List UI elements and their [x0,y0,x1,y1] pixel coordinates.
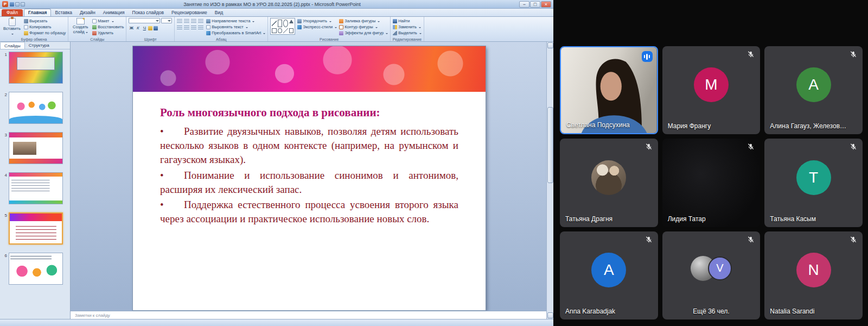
replace-button[interactable]: Заменить [393,24,422,29]
text-direction-button[interactable]: Направление текста [206,18,265,23]
quick-access-toolbar [10,2,25,7]
mic-muted-icon [747,236,755,243]
underline-button[interactable]: Ч [142,25,147,31]
window-title: Занятие по ИЗО в рамках МО в УРО 28.02.2… [27,2,518,7]
slide-thumbnail-3[interactable] [9,132,63,164]
mic-muted-icon [645,143,653,151]
tab-design[interactable]: Дизайн [76,9,99,16]
slide-thumbnail-2[interactable] [9,92,63,124]
participant-tile[interactable]: Татьяна Драгня [560,139,658,227]
paste-button[interactable]: Вставить [2,18,22,36]
font-name-combobox[interactable] [129,18,160,23]
slide-thumbnail-4[interactable] [9,172,63,204]
slide-canvas[interactable]: Роль многоязычного подхода в рисовании: … [133,46,486,310]
shape-fill-icon [339,19,343,23]
thumbnail-list: 1 2 3 4 5 6 [0,49,70,319]
close-button[interactable]: × [541,1,551,8]
undo-icon[interactable] [15,2,20,7]
participant-tile[interactable]: A Anna Karabadjak [560,231,658,319]
new-slide-button[interactable]: Создать слайд [71,18,90,36]
ribbon-group-editing: Найти Заменить Выделить Редактирование [391,17,424,41]
arrange-button[interactable]: Упорядочить [297,18,337,23]
slide-number: 4 [2,172,7,204]
tab-file[interactable]: Файл [2,9,23,16]
overflow-avatars: V [691,256,732,281]
tab-insert[interactable]: Вставка [51,9,76,16]
tab-view[interactable]: Вид [211,9,227,16]
shape-fill-button[interactable]: Заливка фигуры [339,18,388,23]
slide-thumbnail-6[interactable] [9,253,63,285]
indent-decrease-icon[interactable] [191,19,196,23]
cut-button[interactable]: Вырезать [24,18,66,23]
participant-tile[interactable]: М Мария Франгу [662,46,761,134]
reset-icon [92,25,97,29]
slide-thumbnail-5-selected[interactable] [9,212,63,244]
numbered-list-icon[interactable] [184,19,189,23]
shape-effects-icon [339,31,343,35]
scrollbar-thumb[interactable] [547,107,553,183]
tab-slideshow[interactable]: Показ слайдов [129,9,168,16]
ribbon-group-font: Ж К Ч Шрифт [126,17,175,41]
participant-tile[interactable]: Т Татьяна Касым [764,139,863,227]
font-size-combobox[interactable] [161,18,172,23]
speaking-indicator-icon [642,51,653,62]
format-painter-icon [24,31,28,35]
participant-name: Natalia Sarandi [770,308,814,315]
maximize-button[interactable]: □ [530,1,540,8]
panel-tab-outline[interactable]: Структура [25,42,53,49]
align-text-button[interactable]: Выровнять текст [206,24,265,29]
reset-button[interactable]: Восстановить [92,24,124,29]
avatar: Т [796,160,831,195]
find-button[interactable]: Найти [393,18,422,23]
participant-name: Лидия Татар [668,215,706,223]
slide-thumbnail-1[interactable] [9,52,63,84]
scroll-down-icon[interactable] [547,312,553,318]
mic-muted-icon [747,143,755,151]
align-center-icon[interactable] [184,26,189,30]
shapes-gallery[interactable] [270,18,295,35]
tab-animation[interactable]: Анимация [99,9,129,16]
participant-tile-dark-video[interactable]: Лидия Татар [662,139,761,227]
delete-slide-button[interactable]: Удалить [92,30,124,35]
format-painter-button[interactable]: Формат по образцу [24,30,66,35]
mic-muted-icon [850,51,857,58]
window-controls: − □ × [519,1,551,8]
indent-increase-icon[interactable] [198,19,203,23]
tab-home[interactable]: Главная [24,9,52,16]
participant-name: Светлана Подсухина [566,121,630,129]
convert-smartart-button[interactable]: Преобразовать в SmartArt [206,30,265,35]
ribbon-group-clipboard: Вставить Вырезать Копировать Формат по о… [0,17,68,41]
slide-bullet: •Поддержка естественного процесса усвоен… [160,198,458,226]
slide-heading: Роль многоязычного подхода в рисовании: [160,106,458,120]
smartart-icon [206,31,210,35]
arrange-icon [297,19,302,23]
shape-effects-button[interactable]: Эффекты для фигур [339,30,388,35]
powerpoint-app-icon: P [2,1,8,7]
italic-button[interactable]: К [135,25,141,31]
participant-tile[interactable]: N Natalia Sarandi [764,231,863,319]
minimize-button[interactable]: − [519,1,529,8]
font-color-icon[interactable] [154,26,158,30]
tab-review[interactable]: Рецензирование [168,9,211,16]
justify-icon[interactable] [198,26,203,30]
vertical-scrollbar[interactable] [546,42,553,319]
participant-tile-video[interactable]: Светлана Подсухина [560,46,658,134]
layout-button[interactable]: Макет [92,18,124,23]
shape-outline-button[interactable]: Контур фигуры [339,24,388,29]
text-shadow-icon[interactable] [148,26,152,30]
quick-styles-button[interactable]: Экспресс-стили [297,24,337,29]
scroll-up-icon[interactable] [547,42,553,48]
panel-tab-slides[interactable]: Слайды [0,42,25,49]
notes-pane[interactable]: Заметки к слайду [71,311,546,319]
participant-tile-overflow[interactable]: V Ещё 36 чел. [662,231,761,319]
bold-button[interactable]: Ж [129,25,134,31]
participant-tile[interactable]: А Алина Гагауз, Железов… [764,46,863,134]
redo-icon[interactable] [21,2,25,7]
align-left-icon[interactable] [177,26,182,30]
copy-button[interactable]: Копировать [24,24,66,29]
save-icon[interactable] [10,2,14,7]
participant-name: Татьяна Касым [770,215,816,223]
select-button[interactable]: Выделить [393,30,422,35]
bullet-list-icon[interactable] [177,19,182,23]
align-right-icon[interactable] [191,26,196,30]
